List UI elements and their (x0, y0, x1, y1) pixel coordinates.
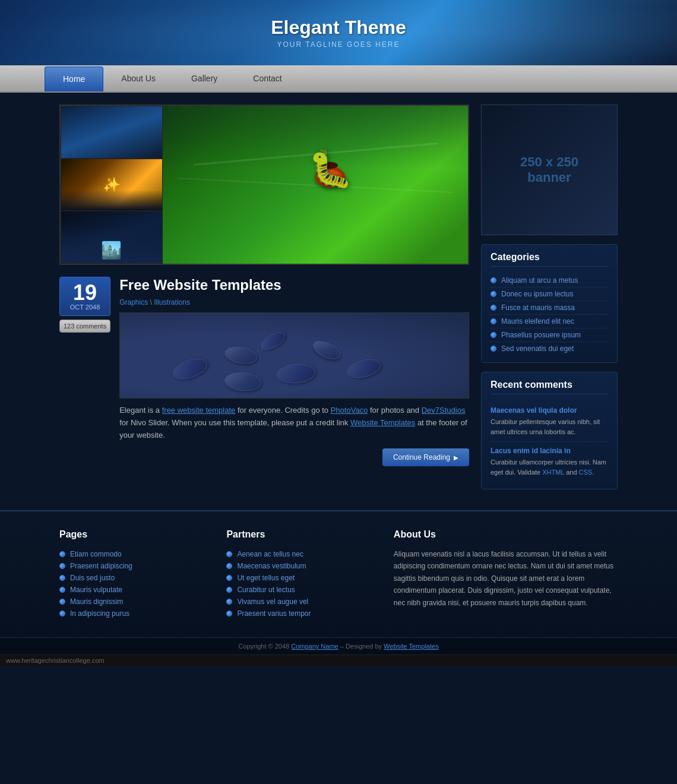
css-link[interactable]: CSS (579, 469, 593, 476)
copyright-mid: – Designed by (338, 643, 384, 650)
partner-link[interactable]: Praesent varius tempor (237, 609, 311, 618)
slide-thumb-2[interactable]: ✦ (61, 159, 163, 211)
status-url: www.heritagechristiancollege.com (6, 657, 105, 664)
partner-link[interactable]: Aenean ac tellus nec (237, 550, 303, 558)
list-item: Vivamus vel augue vel (226, 596, 375, 608)
blog-post: 19 OCT 2048 123 comments Free Website Te… (59, 277, 469, 466)
page-link[interactable]: Duis sed justo (70, 574, 115, 582)
bullet-icon (491, 291, 496, 297)
pill-1 (170, 354, 210, 383)
partner-link[interactable]: Curabitur ut lectus (237, 586, 295, 594)
date-day: 19 (66, 282, 104, 304)
company-link[interactable]: Company Name (291, 643, 338, 650)
slide-thumb-3[interactable]: 🏙 (61, 211, 163, 264)
pill-7 (258, 328, 287, 353)
pill-4 (310, 337, 343, 363)
category-link[interactable]: Aliquam ut arcu a metus (501, 276, 578, 284)
sidebar-banner[interactable]: 250 x 250 banner (481, 105, 618, 235)
bullet-icon (59, 563, 65, 569)
page-link[interactable]: Etiam commodo (70, 550, 122, 558)
list-item: Aenean ac tellus nec (226, 548, 375, 560)
category-link[interactable]: Fusce at mauris massa (501, 304, 575, 312)
page-link[interactable]: Praesent adipiscing (70, 562, 132, 570)
categories-list: Aliquam ut arcu a metus Donec eu ipsum l… (491, 274, 608, 355)
bullet-icon (491, 346, 496, 352)
footer-pages-list: Etiam commodo Praesent adipiscing Duis s… (59, 548, 208, 619)
bullet-icon (59, 575, 65, 581)
partner-link[interactable]: Maecenas vestibulum (237, 562, 306, 570)
comment-text-1: Curabitur pellentesque varius nibh, sit … (491, 417, 608, 437)
bullet-icon (491, 318, 496, 324)
cat-graphics[interactable]: Graphics (119, 298, 148, 306)
nav-contact[interactable]: Contact (235, 65, 299, 91)
site-title: Elegant Theme (271, 17, 406, 39)
recent-comments-title: Recent comments (491, 380, 608, 394)
footer-partners-title: Partners (226, 529, 375, 540)
footer-partners-list: Aenean ac tellus nec Maecenas vestibulum… (226, 548, 375, 619)
slider-thumbnails: ✦ 🏙 (61, 106, 163, 264)
list-item: Ut eget tellus eget (226, 572, 375, 584)
image-slider[interactable]: ✦ 🏙 (59, 105, 469, 265)
comment-link-1[interactable]: Maecenas vel liqula dolor (491, 406, 608, 415)
status-bar: www.heritagechristiancollege.com (0, 655, 677, 666)
categories-widget: Categories Aliquam ut arcu a metus Donec… (481, 244, 618, 363)
nav-gallery[interactable]: Gallery (173, 65, 235, 91)
header-branding: Elegant Theme YOUR TAGLINE GOES HERE (271, 17, 406, 49)
post-categories: Graphics \ Illustrations (119, 298, 469, 306)
bullet-icon (226, 587, 232, 593)
cat-illustrations[interactable]: Illustrations (154, 298, 190, 306)
footer-pages: Pages Etiam commodo Praesent adipiscing … (59, 529, 208, 619)
list-item: Donec eu ipsum lectus (491, 287, 608, 301)
comments-badge[interactable]: 123 comments (59, 320, 110, 333)
templates-link[interactable]: Website Templates (384, 643, 439, 650)
dev7studios-link[interactable]: Dev7Studios (422, 406, 466, 415)
site-tagline: YOUR TAGLINE GOES HERE (271, 40, 406, 49)
list-item: Mauris dignissim (59, 596, 208, 608)
list-item: Sed venenatis dui eget (491, 342, 608, 355)
date-month-year: OCT 2048 (66, 304, 104, 311)
category-link[interactable]: Sed venenatis dui eget (501, 344, 574, 353)
list-item: Aliquam ut arcu a metus (491, 274, 608, 287)
category-link[interactable]: Donec eu ipsum lectus (501, 290, 573, 298)
photovaco-link[interactable]: PhotoVaco (331, 406, 368, 415)
bullet-icon (491, 332, 496, 338)
copyright-text: Copyright © 2048 (238, 643, 291, 650)
partner-link[interactable]: Ut eget tellus eget (237, 574, 295, 582)
page-link[interactable]: Mauris vulputate (70, 586, 122, 594)
footer-top: Pages Etiam commodo Praesent adipiscing … (0, 510, 677, 637)
free-template-link[interactable]: free website template (162, 406, 236, 415)
main-nav: Home About Us Gallery Contact (0, 65, 677, 93)
sidebar: 250 x 250 banner Categories Aliquam ut a… (481, 105, 618, 498)
slider-main-bg (163, 106, 469, 264)
partner-link[interactable]: Vivamus vel augue vel (237, 598, 308, 606)
footer-bottom: Copyright © 2048 Company Name – Designed… (0, 637, 677, 655)
bullet-icon (59, 551, 65, 557)
date-box: 19 OCT 2048 (59, 277, 110, 316)
post-title: Free Website Templates (119, 277, 469, 293)
footer-pages-title: Pages (59, 529, 208, 540)
list-item: Mauris vulputate (59, 584, 208, 596)
bullet-icon (491, 277, 496, 283)
bullet-icon (226, 575, 232, 581)
list-item: Maecenas vestibulum (226, 560, 375, 572)
post-date-column: 19 OCT 2048 123 comments (59, 277, 110, 466)
nav-home[interactable]: Home (45, 67, 103, 91)
nav-about[interactable]: About Us (103, 65, 173, 91)
comment-link-2[interactable]: Lacus enim id lacinia in (491, 447, 608, 455)
page-link[interactable]: In adipiscing purus (70, 609, 129, 618)
bullet-icon (226, 563, 232, 569)
list-item: Etiam commodo (59, 548, 208, 560)
categories-title: Categories (491, 252, 608, 267)
category-link[interactable]: Mauris eleifend elit nec (501, 317, 574, 325)
page-link[interactable]: Mauris dignissim (70, 598, 123, 606)
comment-item: Maecenas vel liqula dolor Curabitur pell… (491, 402, 608, 442)
bullet-icon (59, 587, 65, 593)
xhtml-link[interactable]: XHTML (542, 469, 564, 476)
banner-text: 250 x 250 banner (520, 154, 578, 185)
continue-reading-button[interactable]: Continue Reading (382, 448, 469, 466)
slide-thumb-1[interactable] (61, 106, 163, 159)
bullet-icon (491, 305, 496, 311)
pill-6 (224, 371, 262, 392)
category-link[interactable]: Phasellus posuere ipsum (501, 331, 581, 339)
website-templates-link[interactable]: Website Templates (350, 418, 415, 427)
